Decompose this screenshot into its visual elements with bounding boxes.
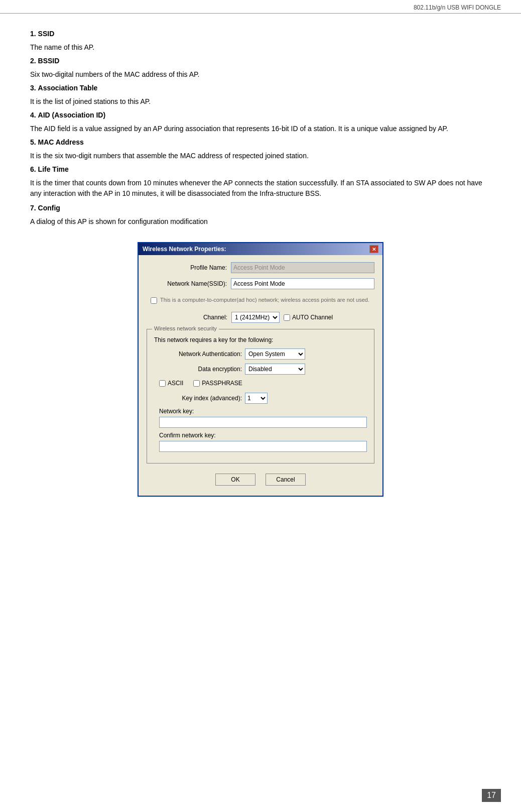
ascii-checkbox[interactable]	[159, 380, 166, 387]
security-group: Wireless network security This network r…	[147, 329, 374, 463]
section-5-body: It is the six two-digit numbers that ass…	[30, 151, 491, 161]
profile-name-row: Profile Name:	[147, 262, 374, 273]
channel-select[interactable]: 1 (2412MHz)	[231, 312, 280, 323]
section-7-title: 7. Config	[30, 203, 491, 213]
auto-channel-container: AUTO Channel	[284, 314, 333, 321]
adhoc-text: This is a computer-to-computer(ad hoc) n…	[160, 296, 369, 304]
section-4-body: The AID field is a value assigned by an …	[30, 124, 491, 134]
confirm-key-label: Confirm network key:	[159, 432, 367, 439]
key-index-select[interactable]: 1	[245, 393, 268, 404]
auth-select[interactable]: Open System	[245, 349, 305, 360]
channel-label: Channel:	[155, 314, 227, 321]
key-index-row: Key index (advanced): 1	[154, 393, 367, 404]
network-key-section: Network key: Confirm network key:	[154, 408, 367, 456]
encryption-row: Data encryption: Disabled	[154, 364, 367, 375]
security-desc: This network requires a key for the foll…	[154, 334, 367, 343]
network-name-input[interactable]	[231, 278, 374, 289]
section-6-title: 6. Life Time	[30, 164, 491, 175]
content-area: 1. SSID The name of this AP. 2. BSSID Si…	[0, 14, 521, 527]
header-title: 802.11b/g/n USB WIFI DONGLE	[414, 4, 501, 11]
network-key-label: Network key:	[159, 408, 367, 415]
network-key-input[interactable]	[159, 417, 367, 428]
dialog-titlebar: Wireless Network Properties: ✕	[139, 243, 382, 255]
wireless-properties-dialog: Wireless Network Properties: ✕ Profile N…	[138, 242, 383, 497]
auto-channel-checkbox[interactable]	[284, 314, 290, 321]
passphrase-checkbox[interactable]	[193, 380, 200, 387]
section-2-title: 2. BSSID	[30, 56, 491, 66]
adhoc-checkbox[interactable]	[151, 297, 157, 304]
ok-button[interactable]: OK	[215, 474, 255, 486]
section-6-body: It is the timer that counts down from 10…	[30, 178, 491, 199]
adhoc-row: This is a computer-to-computer(ad hoc) n…	[147, 294, 374, 306]
profile-name-input[interactable]	[231, 262, 374, 273]
dialog-buttons: OK Cancel	[147, 469, 374, 489]
ascii-label[interactable]: ASCII	[159, 380, 183, 387]
section-2-body: Six two-digital numbers of the MAC addre…	[30, 69, 491, 80]
dialog-body: Profile Name: Network Name(SSID): This i…	[139, 255, 382, 496]
auto-channel-label: AUTO Channel	[292, 314, 333, 321]
page-header: 802.11b/g/n USB WIFI DONGLE	[0, 0, 521, 14]
profile-name-label: Profile Name:	[147, 264, 227, 271]
ascii-passphrase-row: ASCII PASSPHRASE	[154, 380, 367, 387]
channel-row: Channel: 1 (2412MHz) AUTO Channel	[147, 312, 374, 323]
encryption-label: Data encryption:	[154, 366, 242, 373]
section-4-title: 4. AID (Association ID)	[30, 110, 491, 121]
key-index-label: Key index (advanced):	[154, 395, 242, 402]
auth-row: Network Authentication: Open System	[154, 349, 367, 360]
passphrase-label[interactable]: PASSPHRASE	[193, 380, 242, 387]
section-3-body: It is the list of joined stations to thi…	[30, 96, 491, 107]
page-number: 17	[482, 789, 501, 802]
auth-label: Network Authentication:	[154, 351, 242, 358]
encryption-select[interactable]: Disabled	[245, 364, 305, 375]
dialog-title: Wireless Network Properties:	[143, 246, 226, 253]
dialog-close-button[interactable]: ✕	[369, 245, 378, 253]
page-number-container: 17	[482, 789, 501, 802]
cancel-button[interactable]: Cancel	[266, 474, 306, 486]
confirm-key-input[interactable]	[159, 441, 367, 452]
section-5-title: 5. MAC Address	[30, 137, 491, 148]
network-name-label: Network Name(SSID):	[147, 280, 227, 287]
section-3-title: 3. Association Table	[30, 83, 491, 93]
section-1-body: The name of this AP.	[30, 42, 491, 53]
dialog-screenshot-container: Wireless Network Properties: ✕ Profile N…	[30, 242, 491, 497]
section-1-title: 1. SSID	[30, 29, 491, 39]
section-7-body: A dialog of this AP is shown for configu…	[30, 216, 491, 227]
network-name-row: Network Name(SSID):	[147, 278, 374, 289]
security-legend: Wireless network security	[152, 325, 219, 331]
